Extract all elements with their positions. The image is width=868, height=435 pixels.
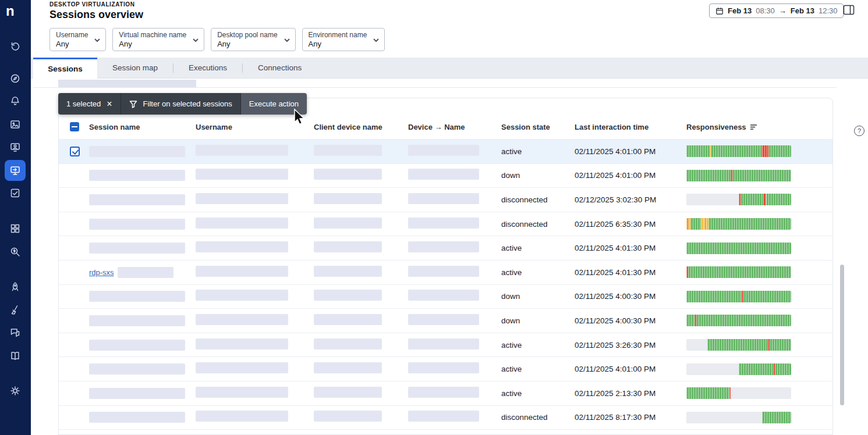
table-row[interactable]: down 02/11/2025 4:01:00 PM <box>59 164 832 188</box>
session-state: down <box>501 292 575 301</box>
explore-icon[interactable] <box>5 68 26 89</box>
feedback-icon[interactable] <box>5 322 26 343</box>
filter-environment-name[interactable]: Environment name Any <box>302 28 385 51</box>
redacted-session-name <box>89 194 185 205</box>
session-link[interactable]: rdp-sxs <box>89 268 114 277</box>
clear-selection-icon[interactable]: × <box>107 99 112 109</box>
responsiveness-bar <box>686 363 791 375</box>
redacted-client-device <box>314 290 382 301</box>
client-device-cell <box>314 314 408 327</box>
redacted-username <box>196 362 288 373</box>
table-row[interactable]: active 02/11/2025 4:01:00 PM <box>59 140 832 164</box>
desktop-virtualization-icon[interactable] <box>5 160 26 181</box>
col-device-name[interactable]: Device → Name <box>408 123 501 131</box>
date-range-picker[interactable]: Feb 13 08:30 → Feb 13 12:30 <box>709 3 844 18</box>
tab-sessions[interactable]: Sessions <box>33 58 97 79</box>
redacted-device-name <box>408 314 479 325</box>
client-device-cell <box>314 145 408 158</box>
col-session-state[interactable]: Session state <box>501 123 575 131</box>
redacted-client-device <box>314 314 382 325</box>
tab-connections[interactable]: Connections <box>243 58 317 78</box>
filter-virtual-machine-name[interactable]: Virtual machine name Any <box>112 28 204 51</box>
notifications-icon[interactable] <box>5 91 26 112</box>
responsiveness-bar <box>686 145 791 157</box>
range-end-date: Feb 13 <box>791 6 814 15</box>
user-session-icon[interactable] <box>5 137 26 158</box>
tab-executions[interactable]: Executions <box>173 58 242 78</box>
table-row[interactable]: disconnected 02/11/2025 8:17:30 PM <box>59 406 832 430</box>
table-row[interactable]: disconnected 02/11/2025 6:35:30 PM <box>59 212 832 237</box>
redacted-client-device <box>314 411 382 422</box>
app-logo[interactable]: n <box>6 2 24 20</box>
responsiveness-bar <box>686 194 791 205</box>
session-name-cell <box>89 170 196 181</box>
vertical-scrollbar[interactable] <box>840 265 844 405</box>
range-arrow: → <box>779 6 786 15</box>
apps-grid-icon[interactable] <box>5 218 26 239</box>
filter-on-selected-button[interactable]: Filter on selected sessions <box>121 93 240 115</box>
session-state: active <box>501 389 575 398</box>
range-start-date: Feb 13 <box>728 6 752 15</box>
redacted-session-name <box>89 363 185 375</box>
redacted-client-device <box>314 338 382 350</box>
redacted-session-name <box>89 412 185 423</box>
table-row[interactable]: active 02/11/2025 4:01:00 PM <box>59 357 832 381</box>
cleanup-icon[interactable] <box>5 299 26 320</box>
tasks-icon[interactable] <box>5 183 26 204</box>
device-name-cell <box>408 169 501 182</box>
table-row[interactable]: active 02/11/2025 4:01:30 PM <box>59 236 832 261</box>
session-name-cell <box>89 315 196 326</box>
redacted-client-device <box>314 218 382 229</box>
row-checkbox[interactable] <box>70 147 80 156</box>
session-name-cell <box>89 194 196 205</box>
tabbar: Sessions Session map Executions Connecti… <box>31 58 868 79</box>
col-client-device-name[interactable]: Client device name <box>314 123 408 131</box>
content-divider <box>33 87 837 88</box>
filter-desktop-pool-name[interactable]: Desktop pool name Any <box>211 28 295 51</box>
filter-funnel-icon <box>129 100 137 108</box>
redacted-username <box>196 314 288 325</box>
select-all-checkbox[interactable] <box>70 122 79 131</box>
col-session-name[interactable]: Session name <box>89 123 196 131</box>
session-name-cell: rdp-sxs <box>89 267 196 278</box>
documentation-icon[interactable] <box>5 345 26 366</box>
execute-action-button[interactable]: Execute action <box>240 93 307 115</box>
table-row[interactable]: rdp-sxs active 02/11/2025 4:01:30 PM <box>59 261 832 285</box>
layout-panel-icon <box>843 5 855 15</box>
redacted-client-device <box>314 362 382 373</box>
session-state: active <box>501 341 575 350</box>
redacted-device-name <box>408 338 479 350</box>
toggle-panel-button[interactable] <box>842 4 855 16</box>
tab-session-map[interactable]: Session map <box>97 58 173 78</box>
filter-username[interactable]: Username Any <box>49 28 106 51</box>
table-row[interactable]: active 02/11/2025 3:26:30 PM <box>59 333 832 358</box>
session-state: active <box>501 365 575 373</box>
settings-icon[interactable] <box>5 380 26 401</box>
col-responsiveness[interactable]: Responsiveness <box>686 123 833 131</box>
dashboard-icon[interactable] <box>5 114 26 135</box>
redacted-device-name <box>408 218 479 229</box>
redacted-username <box>196 218 288 229</box>
cost-analysis-icon[interactable] <box>5 241 26 262</box>
table-row[interactable]: disconnected 02/12/2025 3:02:30 PM <box>59 188 832 212</box>
session-name-cell <box>89 412 196 423</box>
redacted-device-name <box>408 145 479 156</box>
chevron-down-icon <box>192 37 199 44</box>
table-row[interactable]: down 02/11/2025 4:00:30 PM <box>59 285 832 309</box>
chevron-down-icon <box>284 37 290 44</box>
username-cell <box>196 290 314 303</box>
launch-icon[interactable] <box>5 276 26 297</box>
redacted-session-name <box>89 243 185 254</box>
username-cell <box>196 145 314 158</box>
session-state: disconnected <box>501 195 575 204</box>
responsiveness-cell <box>686 315 833 326</box>
help-icon[interactable]: ? <box>854 126 865 136</box>
username-cell <box>196 338 314 352</box>
responsiveness-cell <box>686 170 833 181</box>
redacted-client-device <box>314 169 382 180</box>
col-last-interaction-time[interactable]: Last interaction time <box>575 123 686 131</box>
col-username[interactable]: Username <box>196 123 314 131</box>
session-history-icon[interactable] <box>5 36 26 57</box>
table-row[interactable]: down 02/11/2025 4:00:30 PM <box>59 309 832 333</box>
table-row[interactable]: active 02/11/2025 2:13:30 PM <box>59 381 832 406</box>
